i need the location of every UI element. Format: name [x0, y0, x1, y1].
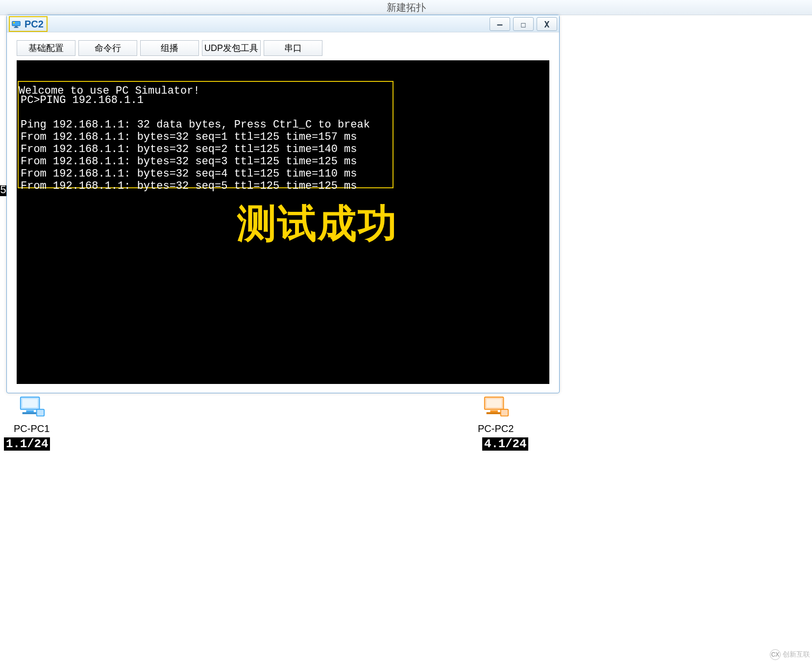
watermark: CX 创新互联: [770, 649, 810, 660]
watermark-text: 创新互联: [783, 650, 810, 659]
ip-fragment-pc2: 4.1/24: [482, 437, 528, 451]
tab-multicast[interactable]: 组播: [140, 40, 199, 56]
ping-reply-3: From 192.168.1.1: bytes=32 seq=3 ttl=125…: [21, 155, 357, 168]
parent-window-title: 新建拓扑: [0, 0, 812, 15]
tab-serial[interactable]: 串口: [264, 40, 322, 56]
watermark-icon: CX: [770, 649, 781, 660]
svg-rect-11: [486, 399, 501, 407]
svg-rect-2: [15, 26, 18, 27]
title-bar[interactable]: PC2 — ☐ X: [7, 15, 559, 32]
pc2-window: PC2 — ☐ X 基础配置 命令行 组播 UDP发包工具 串口 Welcome…: [6, 15, 560, 393]
ping-command: PC>PING 192.168.1.1: [21, 94, 144, 106]
tab-basic-config[interactable]: 基础配置: [17, 40, 75, 56]
tab-cli[interactable]: 命令行: [78, 40, 137, 56]
ip-fragment-pc1: 1.1/24: [4, 437, 50, 451]
device-pc1[interactable]: PC-PC1: [14, 395, 49, 434]
svg-rect-3: [14, 27, 18, 27]
svg-rect-6: [22, 399, 37, 407]
window-title-area: PC2: [9, 16, 48, 32]
ping-reply-4: From 192.168.1.1: bytes=32 seq=4 ttl=125…: [21, 168, 357, 180]
svg-point-4: [13, 22, 15, 24]
maximize-button[interactable]: ☐: [513, 17, 534, 31]
svg-rect-9: [36, 409, 44, 416]
minimize-button[interactable]: —: [490, 17, 510, 31]
ping-reply-2: From 192.168.1.1: bytes=32 seq=2 ttl=125…: [21, 143, 357, 155]
device-pc2-label: PC-PC2: [478, 423, 514, 434]
close-button[interactable]: X: [537, 17, 557, 31]
window-title-text: PC2: [25, 19, 44, 30]
svg-rect-14: [500, 409, 508, 416]
pc-icon: [18, 395, 46, 419]
device-pc2[interactable]: PC-PC2: [478, 395, 514, 434]
tab-udp-tool[interactable]: UDP发包工具: [202, 40, 261, 56]
ping-output-highlight: PC>PING 192.168.1.1 Ping 192.168.1.1: 32…: [18, 81, 394, 188]
tab-strip: 基础配置 命令行 组播 UDP发包工具 串口: [7, 32, 559, 56]
svg-rect-8: [22, 412, 37, 414]
ping-reply-5: From 192.168.1.1: bytes=32 seq=5 ttl=125…: [21, 180, 357, 192]
svg-rect-12: [490, 410, 497, 412]
ping-reply-1: From 192.168.1.1: bytes=32 seq=1 ttl=125…: [21, 131, 357, 143]
app-icon: [11, 19, 22, 29]
svg-rect-7: [26, 410, 33, 412]
terminal-panel[interactable]: Welcome to use PC Simulator! PC>PING 192…: [17, 60, 549, 384]
pc-icon: [482, 395, 510, 419]
svg-rect-13: [486, 412, 501, 414]
ping-header: Ping 192.168.1.1: 32 data bytes, Press C…: [21, 119, 370, 131]
device-pc1-label: PC-PC1: [14, 423, 49, 434]
test-success-overlay: 测试成功: [237, 217, 398, 229]
